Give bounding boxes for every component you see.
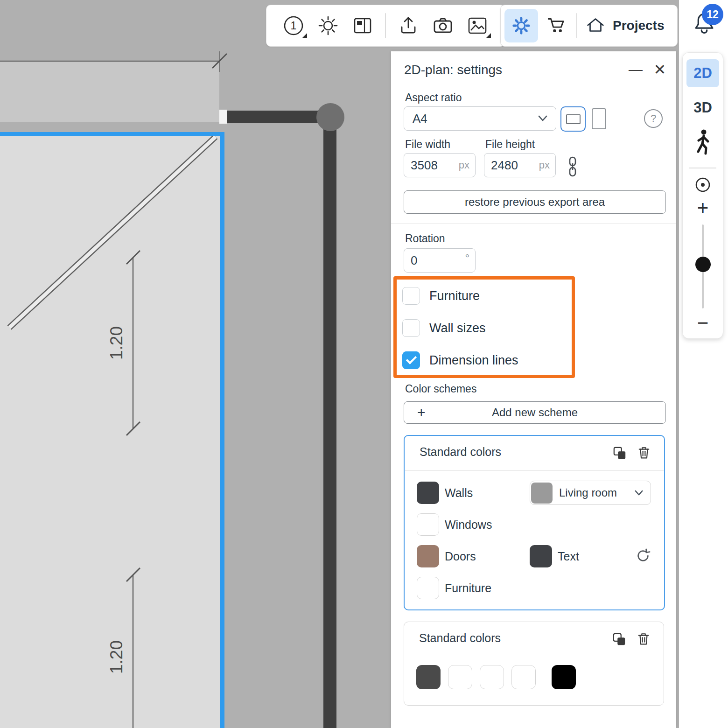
dimension-lines-checkbox[interactable]	[402, 351, 420, 369]
scheme2-swatch-4[interactable]	[511, 665, 536, 689]
scheme2-swatch-3[interactable]	[480, 665, 504, 689]
notification-badge: 12	[702, 4, 723, 25]
toolbar-divider	[385, 13, 386, 38]
scheme-card-active[interactable]: Standard colors Walls Living room	[404, 435, 665, 610]
close-button[interactable]: ✕	[652, 62, 668, 77]
room-type-value: Living room	[559, 486, 634, 499]
wall-sizes-checkbox-label: Wall sizes	[429, 321, 486, 336]
secondary-toolbar: Projects	[500, 5, 678, 47]
room-interior[interactable]	[0, 136, 220, 728]
link-dimensions-button[interactable]	[566, 156, 580, 179]
trash-icon	[637, 446, 651, 461]
scheme2-swatch-2[interactable]	[448, 665, 472, 689]
scheme2-swatch-1[interactable]	[416, 665, 441, 689]
home-icon	[585, 15, 606, 36]
wall-band-top[interactable]	[0, 61, 219, 122]
layers-button[interactable]: 1	[281, 14, 306, 38]
gear-icon	[511, 15, 532, 36]
scheme-title: Standard colors	[419, 631, 501, 645]
export-button[interactable]	[396, 14, 420, 38]
room-type-select[interactable]: Living room	[530, 481, 651, 505]
doors-label: Doors	[445, 545, 476, 567]
svg-text:1: 1	[291, 20, 297, 32]
aspect-ratio-select[interactable]: A4	[404, 106, 556, 131]
chevron-down-icon	[537, 115, 548, 122]
cart-button[interactable]	[545, 14, 569, 38]
daylight-button[interactable]	[316, 14, 340, 38]
rotation-input[interactable]: 0 °	[404, 248, 476, 273]
file-width-label: File width	[405, 138, 450, 151]
aspect-ratio-value: A4	[413, 112, 537, 126]
doors-color-swatch[interactable]	[417, 545, 439, 567]
file-height-label: File height	[485, 138, 535, 151]
duplicate-scheme-button[interactable]	[612, 445, 628, 461]
center-view-button[interactable]	[683, 176, 723, 194]
degree-unit: °	[465, 252, 469, 265]
zoom-in-button[interactable]: +	[683, 198, 723, 218]
furniture-label: Furniture	[445, 577, 491, 599]
furniture-checkbox-label: Furniture	[429, 289, 480, 303]
landscape-orientation-button[interactable]	[560, 106, 586, 132]
toolbar-divider	[576, 13, 577, 38]
portrait-orientation-button[interactable]	[592, 108, 606, 129]
zoom-out-button[interactable]: −	[683, 313, 723, 333]
file-height-input[interactable]: 2480 px	[484, 153, 556, 177]
refresh-icon	[635, 548, 651, 564]
card-divider	[405, 655, 663, 655]
layer-number-icon: 1	[282, 14, 305, 37]
px-unit: px	[459, 159, 469, 171]
add-new-scheme-label: Add new scheme	[492, 406, 578, 419]
trash-icon	[637, 632, 651, 647]
scheme-card-secondary[interactable]: Standard colors	[404, 622, 664, 706]
help-button[interactable]: ?	[644, 109, 663, 128]
gallery-button[interactable]	[465, 14, 490, 38]
restore-export-area-button[interactable]: restore previous export area	[404, 190, 666, 214]
wall-vertical[interactable]	[323, 111, 336, 728]
copy-icon	[612, 632, 626, 646]
file-width-input[interactable]: 3508 px	[404, 153, 476, 177]
tab-3d[interactable]: 3D	[686, 94, 719, 122]
walls-label: Walls	[445, 482, 473, 504]
scene-background-button[interactable]	[350, 14, 375, 38]
text-color-swatch[interactable]	[530, 545, 552, 567]
chevron-down-icon	[634, 490, 644, 497]
file-width-value: 3508	[411, 158, 459, 173]
rotation-label: Rotation	[405, 232, 445, 245]
scheme2-swatch-5[interactable]	[552, 665, 576, 689]
panel-title: 2D-plan: settings	[404, 63, 502, 77]
reset-colors-button[interactable]	[635, 548, 651, 564]
add-new-scheme-button[interactable]: + Add new scheme	[404, 401, 666, 424]
settings-button[interactable]	[504, 9, 538, 42]
wall-sizes-checkbox[interactable]	[402, 319, 420, 337]
landscape-icon	[566, 114, 581, 124]
dropdown-caret-icon	[302, 33, 307, 38]
windows-label: Windows	[445, 513, 492, 536]
walk-mode-button[interactable]	[683, 128, 723, 158]
furniture-checkbox[interactable]	[402, 287, 420, 305]
wall-corner-handle[interactable]	[316, 103, 344, 131]
export-area-top-edge[interactable]	[0, 132, 224, 136]
windows-color-swatch[interactable]	[417, 513, 439, 536]
walls-color-swatch[interactable]	[417, 482, 439, 504]
sun-icon	[317, 14, 339, 37]
toggle-dimension-lines[interactable]: Dimension lines	[402, 351, 518, 369]
cart-icon	[545, 14, 568, 37]
card-divider	[405, 470, 664, 471]
tab-2d[interactable]: 2D	[686, 59, 719, 87]
toggle-furniture[interactable]: Furniture	[402, 287, 480, 305]
zoom-slider-thumb[interactable]	[695, 257, 711, 272]
toggle-wall-sizes[interactable]: Wall sizes	[402, 319, 486, 337]
duplicate-scheme-button[interactable]	[611, 631, 627, 647]
export-area-right-edge[interactable]	[220, 132, 224, 728]
minimize-button[interactable]: —	[628, 62, 644, 77]
main-toolbar: 1	[266, 5, 505, 47]
link-icon	[566, 156, 580, 177]
delete-scheme-button[interactable]	[636, 445, 652, 461]
aspect-ratio-label: Aspect ratio	[405, 91, 462, 104]
walking-person-icon	[693, 128, 713, 158]
px-unit: px	[539, 159, 550, 171]
snapshot-button[interactable]	[431, 14, 455, 38]
furniture-color-swatch[interactable]	[417, 577, 439, 599]
projects-button[interactable]: Projects	[585, 15, 665, 36]
delete-scheme-button[interactable]	[636, 631, 651, 647]
